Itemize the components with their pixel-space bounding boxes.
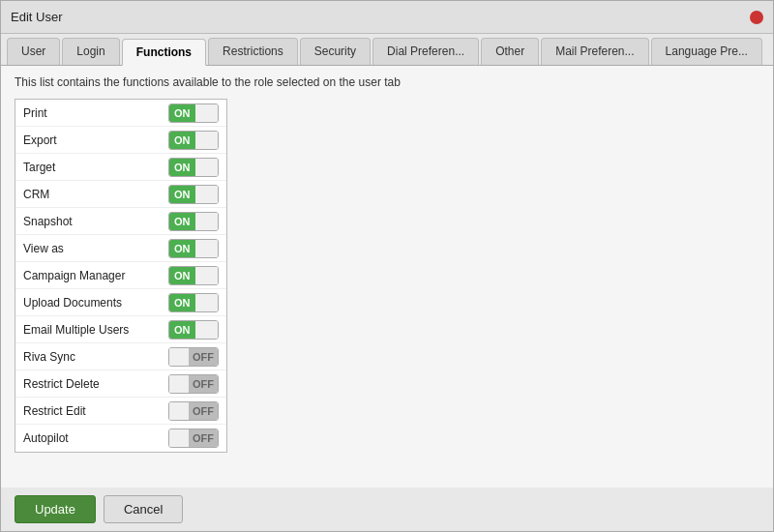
function-row: AutopilotOFF — [15, 425, 226, 452]
function-toggle[interactable]: ON — [168, 293, 219, 312]
tab-login[interactable]: Login — [62, 38, 119, 65]
function-toggle[interactable]: OFF — [168, 374, 219, 394]
tab-user[interactable]: User — [7, 38, 60, 65]
function-label: Restrict Delete — [23, 377, 100, 391]
function-toggle[interactable]: ON — [168, 131, 219, 150]
function-row: Email Multiple UsersON — [15, 316, 226, 343]
function-row: Campaign ManagerON — [15, 262, 226, 289]
function-toggle[interactable]: OFF — [168, 429, 219, 448]
tab-content-functions: This list contains the functions availab… — [1, 66, 773, 488]
function-toggle[interactable]: OFF — [168, 347, 219, 367]
function-label: Snapshot — [23, 215, 73, 228]
functions-description: This list contains the functions availab… — [15, 75, 759, 89]
function-toggle[interactable]: ON — [168, 103, 219, 123]
functions-list: PrintONExportONTargetONCRMONSnapshotONVi… — [15, 99, 227, 453]
function-row: CRMON — [15, 181, 226, 208]
tab-restrictions[interactable]: Restrictions — [208, 38, 298, 65]
function-row: Riva SyncOFF — [15, 343, 226, 370]
edit-user-window: Edit User UserLoginFunctionsRestrictions… — [0, 0, 774, 532]
function-label: Print — [23, 106, 47, 120]
function-toggle[interactable]: ON — [168, 320, 219, 340]
window-title: Edit User — [11, 10, 62, 24]
tab-security[interactable]: Security — [300, 38, 371, 65]
update-button[interactable]: Update — [15, 495, 96, 523]
tab-other[interactable]: Other — [481, 38, 539, 65]
function-toggle[interactable]: ON — [168, 185, 219, 204]
function-label: Riva Sync — [23, 350, 75, 364]
function-row: Upload DocumentsON — [15, 289, 226, 316]
function-toggle[interactable]: ON — [168, 158, 219, 177]
function-row: PrintON — [15, 100, 226, 127]
function-toggle[interactable]: ON — [168, 239, 219, 258]
cancel-button[interactable]: Cancel — [104, 495, 183, 523]
tab-bar: UserLoginFunctionsRestrictionsSecurityDi… — [1, 34, 773, 66]
function-label: Autopilot — [23, 431, 69, 445]
function-label: Campaign Manager — [23, 269, 125, 282]
spacer — [15, 453, 759, 478]
tab-language-preferences[interactable]: Language Pre... — [651, 38, 762, 65]
function-label: CRM — [23, 188, 49, 201]
function-toggle[interactable]: OFF — [168, 401, 219, 421]
function-label: Restrict Edit — [23, 404, 86, 418]
function-row: SnapshotON — [15, 208, 226, 235]
function-label: Target — [23, 161, 55, 174]
function-row: Restrict DeleteOFF — [15, 370, 226, 398]
tab-mail-preferences[interactable]: Mail Preferen... — [541, 38, 648, 65]
tab-functions[interactable]: Functions — [122, 39, 206, 66]
close-button[interactable] — [750, 11, 763, 24]
function-row: Restrict EditOFF — [15, 398, 226, 425]
function-label: Upload Documents — [23, 296, 122, 310]
function-row: ExportON — [15, 127, 226, 154]
titlebar: Edit User — [1, 1, 773, 34]
function-label: Export — [23, 133, 57, 147]
function-row: TargetON — [15, 154, 226, 181]
tab-dial-preferences[interactable]: Dial Preferen... — [372, 38, 479, 65]
footer: Update Cancel — [1, 488, 773, 531]
function-label: View as — [23, 242, 64, 255]
function-label: Email Multiple Users — [23, 323, 129, 337]
function-toggle[interactable]: ON — [168, 266, 219, 285]
function-row: View asON — [15, 235, 226, 262]
function-toggle[interactable]: ON — [168, 212, 219, 231]
